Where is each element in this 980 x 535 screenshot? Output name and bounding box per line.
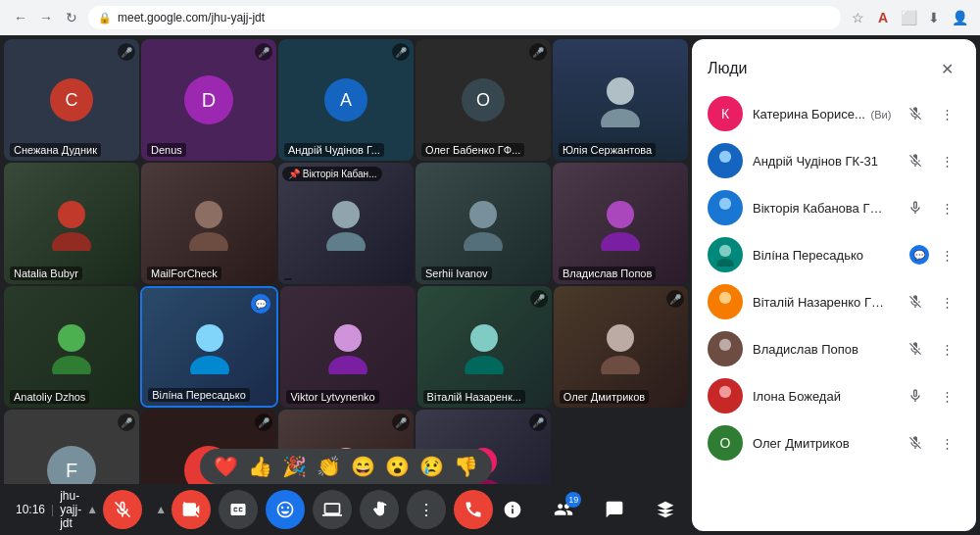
svg-point-21 [601, 356, 640, 374]
profile-icon[interactable]: 👤 [951, 9, 968, 26]
mic-group: ▲ [81, 490, 142, 529]
emoji-clap[interactable]: 👏 [317, 455, 341, 478]
meeting-code: jhu-yajj-jdt [60, 489, 81, 530]
mic-button[interactable] [103, 490, 142, 529]
tile-yu[interactable]: Юлія Сержантова [553, 39, 688, 161]
emoji-thumbsdown[interactable]: 👎 [454, 455, 478, 478]
svg-point-38 [719, 386, 731, 398]
emoji-wow[interactable]: 😮 [385, 455, 410, 478]
svg-point-7 [326, 232, 366, 251]
tile-si[interactable]: Serhii Ivanov [416, 163, 551, 284]
tile-vk[interactable]: 📌 Вікторія Кабан... [278, 163, 414, 284]
people-item-ac[interactable]: Андрій Чудінов ГК-31 ⋮ [700, 137, 968, 184]
emoji-thumbsup[interactable]: 👍 [248, 455, 272, 478]
people-item-viper[interactable]: Вілíна Пересадько 💬 ⋮ [700, 231, 968, 278]
screenshare-button[interactable] [313, 490, 352, 529]
panel-title: Люди [708, 60, 747, 77]
pin-indicator: 📌 Вікторія Кабан... [282, 167, 382, 181]
mic-arrow-up[interactable]: ▲ [81, 490, 103, 529]
tile-ac[interactable]: А 🎤 Андрій Чудінов Г... [278, 39, 414, 161]
more-od[interactable]: ⋮ [933, 429, 960, 457]
people-button[interactable]: 19 [544, 490, 583, 529]
raise-hand-button[interactable] [360, 490, 399, 529]
emoji-heart[interactable]: ❤️ [214, 455, 238, 478]
extensions-icon[interactable]: ⬜ [900, 9, 917, 26]
tile-sn[interactable]: С 🎤 Снежана Дудник [4, 39, 139, 161]
tile-name-yu: Юлія Сержантова [559, 143, 656, 157]
address-bar[interactable]: 🔒 meet.google.com/jhu-yajj-jdt [88, 6, 841, 29]
activities-button[interactable] [646, 490, 685, 529]
people-item-vk[interactable]: Вікторія Кабанова ГФ-31 ⋮ [700, 184, 968, 231]
people-item-vn[interactable]: Віталій Назаренко ГФ-31 ⋮ [700, 278, 968, 325]
adblock-icon[interactable]: A [874, 9, 892, 26]
mute-od[interactable] [902, 429, 929, 457]
more-ib[interactable]: ⋮ [933, 382, 960, 410]
tile-mute-denus: 🎤 [255, 43, 272, 61]
tile-name-denus: Denus [147, 143, 186, 157]
people-item-kb[interactable]: К Катерина Борисе... (Ви) ⋮ [700, 90, 968, 137]
people-item-vp[interactable]: Владислав Попов ⋮ [700, 325, 968, 372]
emoji-party[interactable]: 🎉 [282, 455, 307, 478]
main-content: С 🎤 Снежана Дудник D 🎤 Denus А 🎤 Андрій … [0, 35, 980, 535]
people-panel: Люди ✕ К Катерина Борисе... (Ви) ⋮ [692, 39, 976, 531]
tile-name-ac: Андрій Чудінов Г... [284, 143, 384, 157]
tile-mf[interactable]: MailForCheck [141, 163, 276, 284]
svg-point-33 [716, 259, 733, 267]
tile-name-vp1: Владислав Попов [559, 267, 656, 280]
mute-ac[interactable] [902, 147, 929, 174]
mute-vk[interactable] [902, 194, 929, 221]
svg-point-35 [716, 306, 733, 314]
people-item-ib[interactable]: Ілона Божедай ⋮ [700, 372, 968, 419]
star-icon[interactable]: ☆ [849, 9, 866, 26]
back-button[interactable]: ← [12, 9, 29, 26]
more-vn[interactable]: ⋮ [933, 288, 960, 316]
tile-ad[interactable]: Anatoliy Dzhos [4, 286, 138, 408]
tile-ob[interactable]: О 🎤 Олег Бабенко ГФ... [416, 39, 551, 161]
mute-ib[interactable] [902, 382, 929, 410]
chat-button[interactable] [595, 490, 634, 529]
tile-mute-ib: 🎤 [392, 413, 410, 431]
people-avatar-od: О [708, 425, 743, 461]
lock-icon: 🔒 [98, 12, 112, 24]
tile-vn[interactable]: 🎤 Віталій Назаренк... [417, 286, 552, 408]
more-vk[interactable]: ⋮ [933, 194, 960, 221]
tile-denus[interactable]: D 🎤 Denus [141, 39, 276, 161]
end-call-button[interactable] [454, 490, 493, 529]
tile-vl[interactable]: Viktor Lytvynenko [280, 286, 415, 408]
grid-row-3: Anatoliy Dzhos 💬 Вілíна Пересадько Vikto… [4, 286, 688, 408]
emoji-button[interactable] [266, 490, 305, 529]
svg-point-17 [328, 356, 368, 374]
tile-name-vn: Віталій Назаренк... [423, 390, 525, 404]
people-actions-od: ⋮ [902, 429, 960, 457]
mute-kb[interactable] [902, 100, 929, 127]
tile-od[interactable]: 🎤 Олег Дмитриков [554, 286, 688, 408]
cc-button[interactable] [219, 490, 258, 529]
cam-group: ▲ [150, 490, 211, 529]
mute-vn[interactable] [902, 288, 929, 316]
people-item-od[interactable]: О Олег Дмитриков ⋮ [700, 419, 968, 466]
tile-nb[interactable]: Natalia Bubyr [4, 163, 139, 284]
more-kb[interactable]: ⋮ [933, 100, 960, 127]
reload-button[interactable]: ↻ [63, 9, 80, 26]
cam-button[interactable] [172, 490, 211, 529]
svg-point-8 [469, 201, 497, 228]
close-panel-button[interactable]: ✕ [933, 55, 960, 82]
more-vp[interactable]: ⋮ [933, 335, 960, 363]
tile-mute-ob: 🎤 [529, 43, 547, 61]
tile-viper[interactable]: 💬 Вілíна Пересадько [140, 286, 278, 408]
more-viper[interactable]: ⋮ [933, 241, 960, 268]
forward-button[interactable]: → [37, 9, 55, 26]
more-button[interactable]: ⋮ [407, 490, 446, 529]
info-button[interactable] [493, 490, 532, 529]
svg-point-3 [52, 232, 91, 251]
more-ac[interactable]: ⋮ [933, 147, 960, 174]
download-icon[interactable]: ⬇ [925, 9, 943, 26]
mute-vp[interactable] [902, 335, 929, 363]
emoji-sad[interactable]: 😢 [419, 455, 444, 478]
people-avatar-ac [708, 143, 743, 178]
tile-name-ad: Anatoliy Dzhos [10, 390, 89, 404]
cam-arrow-up[interactable]: ▲ [150, 490, 172, 529]
tile-vp1[interactable]: Владислав Попов [553, 163, 688, 284]
people-actions-ac: ⋮ [902, 147, 960, 174]
emoji-smile[interactable]: 😄 [351, 455, 375, 478]
